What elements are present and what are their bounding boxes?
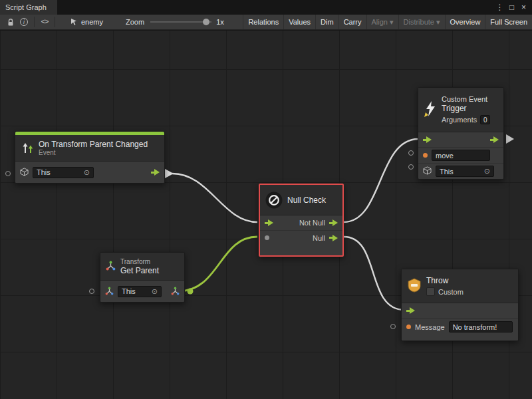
object-port[interactable] [89, 289, 94, 294]
transform-icon [106, 261, 116, 272]
value-input-port[interactable] [423, 153, 428, 158]
node-custom-event[interactable]: Custom Event Trigger Arguments 0 move [418, 87, 504, 180]
transform-output-port[interactable] [171, 287, 180, 297]
lock-icon[interactable] [4, 15, 17, 29]
wire-event-to-nullcheck[interactable] [172, 174, 257, 222]
relations-button[interactable]: Relations [243, 15, 283, 29]
code-icon[interactable]: <> [38, 15, 51, 29]
output-label: Not Null [299, 219, 325, 227]
connection-arrow [165, 169, 174, 178]
output-label: Null [313, 234, 325, 242]
node-on-transform-parent-changed[interactable]: On Transform Parent Changed Event This ⊙ [15, 131, 165, 184]
close-icon[interactable]: × [519, 3, 529, 12]
graph-toolbar: i <> enemy Zoom 1x Relations Values Dim … [0, 15, 532, 30]
wire-green-endpoint [188, 289, 194, 295]
cube-icon [423, 166, 432, 176]
zoom-label: Zoom [126, 18, 144, 26]
flow-input-port[interactable] [423, 136, 432, 143]
carry-button[interactable]: Carry [338, 15, 366, 29]
custom-label: Custom [438, 288, 464, 296]
node-header[interactable]: Null Check [260, 185, 342, 215]
object-port[interactable] [390, 324, 396, 329]
maximize-icon[interactable]: □ [507, 3, 517, 12]
message-field[interactable]: No transform! [449, 321, 513, 332]
info-icon[interactable]: i [17, 15, 31, 29]
menu-icon[interactable]: ⋮ [495, 3, 505, 12]
null-check-icon [265, 192, 283, 209]
graph-reference[interactable]: enemy [70, 18, 103, 27]
target-dropdown[interactable]: This ⊙ [436, 166, 494, 177]
object-picker-icon: ⊙ [84, 169, 90, 176]
flow-input-port[interactable] [265, 219, 273, 226]
zoom-value: 1x [216, 18, 224, 26]
tab-script-graph[interactable]: Script Graph [0, 0, 57, 15]
node-title: Get Parent [120, 266, 159, 275]
toolbar-divider [34, 17, 35, 27]
wire-null-to-throw[interactable] [344, 237, 404, 310]
graph-icon [70, 18, 78, 27]
node-header[interactable]: Transform Get Parent [100, 253, 184, 281]
flow-output-port[interactable] [151, 169, 160, 176]
node-title: Null Check [287, 196, 326, 205]
value-input-port[interactable] [406, 325, 411, 329]
node-subtitle: Event [39, 149, 148, 157]
node-title: On Transform Parent Changed [39, 140, 148, 149]
node-get-parent[interactable]: Transform Get Parent This ⊙ [100, 252, 185, 303]
flow-output-port[interactable] [490, 136, 499, 143]
transform-event-icon [21, 141, 34, 156]
node-category: Custom Event [442, 95, 490, 103]
custom-event-icon [424, 100, 437, 119]
custom-checkbox[interactable] [426, 287, 435, 296]
wire-getparent-to-nullcheck[interactable] [178, 237, 257, 291]
arguments-field[interactable]: 0 [480, 115, 490, 124]
script-graph-window: Script Graph ⋮ □ × i <> enemy Zoom [0, 0, 532, 399]
node-header[interactable]: Throw Custom [402, 269, 518, 303]
flow-input-port[interactable] [406, 307, 415, 314]
wire-notnull-to-customevent[interactable] [344, 139, 418, 222]
flow-output-port[interactable] [329, 219, 338, 226]
toolbar-divider [55, 17, 55, 27]
node-throw[interactable]: Throw Custom Message No transform! [401, 269, 519, 341]
fullscreen-button[interactable]: Full Screen [485, 15, 532, 29]
values-button[interactable]: Values [283, 15, 315, 29]
chevron-down-icon: ▾ [390, 18, 394, 27]
node-category: Transform [120, 258, 159, 266]
object-picker-icon: ⊙ [152, 288, 158, 295]
toolbar-buttons: Relations Values Dim Carry Align ▾ Distr… [243, 15, 532, 29]
tab-title: Script Graph [5, 3, 47, 11]
window-controls: ⋮ □ × [495, 0, 532, 15]
node-header[interactable]: On Transform Parent Changed Event [15, 135, 164, 162]
message-label: Message [415, 323, 445, 331]
node-title: Throw [426, 276, 464, 285]
transform-icon [105, 287, 114, 297]
graph-name: enemy [81, 18, 103, 26]
align-button[interactable]: Align ▾ [366, 15, 398, 29]
node-header[interactable]: Custom Event Trigger Arguments 0 [418, 88, 503, 132]
node-title: Trigger [442, 104, 490, 113]
object-port[interactable] [408, 164, 414, 170]
arguments-label: Arguments [442, 116, 477, 124]
connection-arrow [506, 134, 514, 144]
tab-bar: Script Graph ⋮ □ × [0, 0, 532, 15]
throw-icon [407, 278, 422, 294]
graph-canvas[interactable]: On Transform Parent Changed Event This ⊙ [0, 31, 532, 399]
target-dropdown[interactable]: This ⊙ [118, 286, 162, 297]
node-null-check[interactable]: Null Check Not Null Null [259, 184, 344, 257]
object-port[interactable] [408, 150, 414, 156]
zoom-slider-knob[interactable] [203, 19, 209, 25]
chevron-down-icon: ▾ [436, 18, 440, 27]
event-name-field[interactable]: move [432, 150, 490, 161]
overview-button[interactable]: Overview [445, 15, 485, 29]
dim-button[interactable]: Dim [315, 15, 338, 29]
target-dropdown[interactable]: This ⊙ [33, 167, 94, 178]
value-input-port[interactable] [265, 235, 269, 240]
object-picker-icon: ⊙ [484, 168, 490, 175]
flow-output-port[interactable] [329, 235, 338, 241]
distribute-button[interactable]: Distribute ▾ [398, 15, 445, 29]
object-port[interactable] [5, 171, 11, 176]
cube-icon [20, 168, 29, 178]
zoom-slider[interactable] [150, 18, 211, 26]
